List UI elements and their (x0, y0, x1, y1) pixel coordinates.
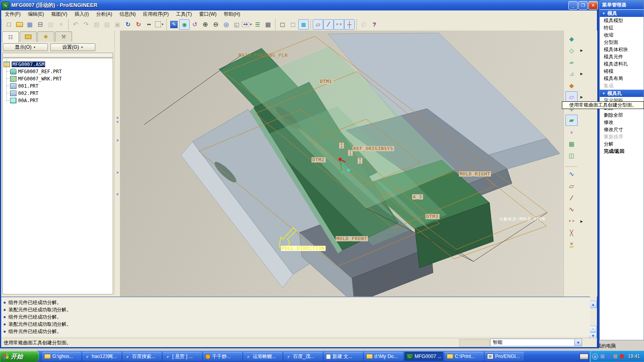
toolbar-button[interactable] (263, 19, 273, 30)
mold-tool-button[interactable] (566, 181, 578, 192)
menu-item[interactable]: 工具(T) (172, 10, 195, 18)
tray-collapse-icon[interactable]: « (592, 354, 598, 360)
toolbar-button[interactable] (25, 19, 35, 30)
menu-item[interactable]: 视图(V) (47, 10, 71, 18)
tab-favorites[interactable]: ✱ (37, 31, 54, 42)
menu-manager-title[interactable]: 菜单管理器 (600, 0, 644, 9)
toolbar-button[interactable] (179, 19, 190, 30)
menu-item[interactable]: 窗口(W) (196, 10, 220, 18)
menu-command[interactable]: 收缩 (600, 31, 644, 39)
menu-item[interactable]: 应用程序(P) (139, 10, 172, 18)
toolbar-button[interactable] (298, 19, 309, 30)
toolbar-button[interactable] (144, 19, 154, 30)
toolbar-button[interactable] (200, 19, 211, 30)
taskbar-button[interactable]: hao123网... (83, 352, 121, 361)
flyout-arrow-icon[interactable]: ▶ (580, 95, 583, 99)
toolbar-button[interactable] (45, 19, 56, 30)
toolbar-button[interactable] (359, 19, 369, 30)
menu-item[interactable]: 编辑(E) (24, 10, 47, 18)
tree-item[interactable]: 002.PRT (10, 90, 112, 97)
toolbar-button[interactable] (70, 19, 81, 30)
toolbar-button[interactable] (323, 19, 334, 30)
menu-command[interactable]: 模具体积块 (600, 46, 644, 53)
menu-command[interactable]: 完成/返回 (600, 148, 644, 155)
menu-item[interactable]: 信息(N) (116, 10, 140, 18)
taskbar-button[interactable]: d:\My Do... (364, 352, 403, 361)
close-button[interactable]: ✕ (588, 1, 598, 10)
toolbar-button[interactable] (344, 19, 355, 30)
splitter-chevron[interactable]: > (116, 138, 118, 142)
settings-dropdown-button[interactable]: 设置(G) (50, 43, 95, 51)
mold-tool-button[interactable] (566, 80, 578, 91)
mold-tool-button[interactable]: ▶ (566, 45, 578, 56)
menu-command[interactable]: 重新排序 (600, 133, 644, 140)
menu-section-header-mold[interactable]: 模具 (600, 10, 644, 17)
toolbar-button[interactable] (123, 19, 133, 30)
toolbar-button[interactable] (91, 19, 102, 30)
mold-tool-button[interactable] (566, 56, 578, 68)
menu-command[interactable]: 集成 (600, 82, 644, 89)
toolbar-button[interactable] (334, 19, 344, 30)
menu-command[interactable]: 修改尺寸 (600, 126, 644, 133)
menu-command[interactable]: 特征 (600, 24, 644, 31)
toolbar-button[interactable] (14, 19, 25, 30)
toolbar-button[interactable] (81, 19, 91, 30)
start-button[interactable]: 开始 (0, 351, 39, 362)
tree-item[interactable]: MFG0007_WRK.PRT (10, 75, 112, 82)
flyout-arrow-icon[interactable]: ▶ (580, 220, 583, 223)
menu-section-header-mold-open[interactable]: 模具孔 (600, 90, 644, 97)
message-scroll-up-button[interactable]: ▲ (589, 301, 597, 308)
toolbar-button[interactable] (252, 19, 263, 30)
tray-qq-icon[interactable] (620, 354, 624, 358)
mold-tool-button[interactable] (566, 33, 578, 44)
tab-folder-browser[interactable] (20, 31, 37, 42)
menu-command[interactable]: 模具布局 (600, 75, 644, 82)
toolbar-button[interactable] (211, 19, 221, 30)
message-scroll-thumb[interactable]: ≡ (590, 326, 597, 332)
tree-item[interactable]: 00A.PRT (10, 97, 112, 104)
tree-item[interactable]: MFG0007_REF.PRT (10, 68, 112, 75)
taskbar-button[interactable]: Pro/ENGI... (485, 352, 524, 361)
mold-tool-button[interactable] (566, 126, 578, 138)
mold-tool-button[interactable]: ▶ (566, 68, 578, 79)
combo-dropdown-icon[interactable]: ▼ (574, 339, 582, 346)
menu-item[interactable]: 文件(F) (1, 10, 24, 18)
splitter-chevron[interactable]: > (116, 171, 118, 175)
toolbar-button[interactable] (242, 19, 252, 30)
selection-filter-combo[interactable]: 智能 ▼ (490, 339, 582, 346)
mold-tool-button[interactable] (566, 138, 578, 149)
toolbar-button[interactable] (288, 19, 298, 30)
3d-viewport[interactable]: MAIN_PARTING_PLN DTM1 DTM2 REF_ORIGINSYS… (120, 31, 564, 296)
menu-item[interactable]: 分析(A) (93, 10, 116, 18)
taskbar-button[interactable]: G:\ghos... (42, 352, 81, 361)
taskbar-button[interactable]: C:\Print... (445, 352, 483, 361)
toolbar-button[interactable] (154, 19, 165, 30)
keyboard-layout-icon[interactable] (580, 354, 588, 360)
my-computer-label[interactable]: 我的电脑 (599, 343, 644, 350)
mold-tool-button[interactable] (566, 204, 578, 215)
taskbar-button[interactable]: MFG0007 ... (405, 352, 443, 361)
flyout-arrow-icon[interactable]: ▶ (580, 49, 583, 52)
tab-model-tree[interactable]: ☷ (2, 31, 19, 43)
minimize-button[interactable]: _ (568, 1, 578, 10)
mold-tool-button[interactable] (566, 239, 578, 250)
toolbar-button[interactable] (56, 19, 66, 30)
menu-command[interactable]: 修改 (600, 119, 644, 126)
mold-tool-button[interactable] (566, 192, 578, 204)
taskbar-button[interactable]: 千千静... (203, 352, 242, 361)
toolbar-button[interactable] (35, 19, 45, 30)
splitter-chevron[interactable]: < (116, 116, 118, 120)
taskbar-button[interactable]: 运筹帷幄... (244, 352, 282, 361)
toolbar-button[interactable] (112, 19, 123, 30)
toolbar-button[interactable] (133, 19, 144, 30)
menu-command[interactable]: 模具进料孔 (600, 60, 644, 68)
mold-tool-button[interactable] (566, 227, 578, 239)
toolbar-button[interactable] (4, 19, 14, 30)
toolbar-button[interactable] (313, 19, 323, 30)
menu-command[interactable]: 分型面 (600, 39, 644, 46)
mold-tool-button[interactable]: ▶ (566, 216, 578, 227)
splitter-chevron[interactable]: < (116, 120, 118, 124)
taskbar-button[interactable]: 新建 文... (324, 352, 363, 361)
tab-connections[interactable]: ⚒ (55, 31, 72, 42)
menu-command[interactable]: 分解 (600, 140, 644, 148)
